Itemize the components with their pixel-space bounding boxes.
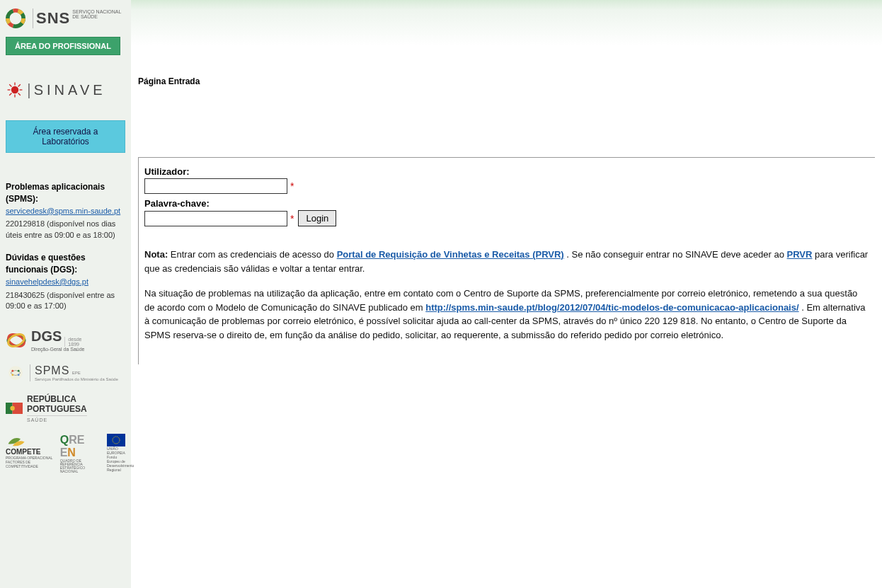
support-spms-phone: 220129818 (disponível nos dias úteis ent…	[6, 219, 125, 241]
login-form: Utilizador: * Palavra-chave: * Login	[138, 157, 875, 364]
qren-logo: QRE EN QUADRO DE REFERÊNCIA ESTRATÉGICO …	[60, 434, 101, 473]
support-dgs-phone: 218430625 (disponível entre as 09:00 e a…	[6, 290, 125, 312]
area-profissional-button[interactable]: ÁREA DO PROFISSIONAL	[6, 37, 120, 55]
compete-text: COMPETE	[6, 448, 55, 456]
sns-sub2: DE SAÚDE	[72, 14, 121, 19]
svg-point-22	[10, 406, 14, 410]
banner	[131, 0, 882, 65]
support-dgs: Dúvidas e questões funcionais (DGS): sin…	[6, 252, 125, 311]
svg-point-12	[8, 335, 25, 345]
support-spms: Problemas aplicacionais (SPMS): serviced…	[6, 181, 125, 241]
link-prvr-2[interactable]: PRVR	[787, 249, 813, 260]
qren-sub: QUADRO DE REFERÊNCIA ESTRATÉGICO NACIONA…	[60, 459, 101, 473]
dgs-year-label: desde	[68, 337, 81, 342]
user-input[interactable]	[144, 178, 287, 194]
note-p1b: . Se não conseguir entrar no SINAVE deve…	[564, 249, 787, 260]
required-marker: *	[290, 213, 294, 224]
eu-flag-icon	[107, 434, 125, 446]
sns-sub1: SERVIÇO NACIONAL	[72, 9, 121, 14]
dgs-logo-icon	[6, 330, 27, 351]
link-prvr-1[interactable]: Portal de Requisição de Vinhetas e Recei…	[337, 249, 564, 260]
main-content: Página Entrada Utilizador: * Palavra-cha…	[131, 0, 882, 588]
svg-point-18	[11, 374, 13, 376]
rp-line1b: PORTUGUESA	[27, 404, 87, 414]
compete-logo: COMPETE PROGRAMA OPERACIONAL FACTORES DE…	[6, 434, 55, 468]
spms-text: SPMS	[35, 364, 69, 376]
dgs-text: DGS	[31, 328, 62, 345]
portugal-flag-icon	[6, 403, 23, 414]
note-p1a: Entrar com as credenciais de acesso do	[168, 249, 336, 260]
password-input[interactable]	[144, 211, 287, 226]
svg-point-19	[18, 374, 20, 376]
sns-logo-icon	[6, 8, 25, 28]
support-dgs-title: Dúvidas e questões funcionais (DGS):	[6, 253, 86, 275]
dgs-sub: Direção-Geral da Saúde	[31, 347, 85, 352]
svg-line-11	[9, 93, 11, 96]
qren-n: N	[67, 446, 76, 459]
compete-sub: PROGRAMA OPERACIONAL FACTORES DE COMPETI…	[6, 456, 55, 468]
svg-point-17	[18, 370, 20, 372]
spms-sub: Serviços Partilhados do Ministério da Sa…	[35, 377, 118, 381]
sinave-text: SINAVE	[34, 82, 106, 98]
svg-point-3	[11, 86, 18, 93]
password-label: Palavra-chave:	[144, 198, 869, 209]
compete-icon	[6, 434, 25, 448]
login-button[interactable]: Login	[298, 210, 336, 226]
eu-line1: UNIÃO EUROPEIA	[107, 446, 125, 455]
qren-re: RE	[69, 434, 84, 446]
user-label: Utilizador:	[144, 166, 869, 177]
sinave-icon	[6, 81, 24, 99]
svg-line-9	[18, 93, 21, 96]
sinave-logo: | SINAVE	[6, 81, 125, 99]
svg-line-8	[9, 84, 11, 86]
sidebar: SNS SERVIÇO NACIONAL DE SAÚDE ÁREA DO PR…	[0, 0, 131, 588]
eu-line2: Fundo Europeu de Desenvolvimento Regiona…	[107, 455, 125, 472]
sns-text: SNS	[36, 9, 70, 28]
eu-logo: UNIÃO EUROPEIA Fundo Europeu de Desenvol…	[107, 434, 125, 472]
svg-line-10	[18, 84, 21, 86]
page-title: Página Entrada	[138, 76, 875, 86]
rp-line2: SAÚDE	[27, 415, 87, 422]
spms-suffix: EPE	[72, 371, 81, 375]
sns-logo: SNS SERVIÇO NACIONAL DE SAÚDE	[6, 6, 125, 37]
qren-q: Q	[60, 434, 69, 446]
support-spms-title: Problemas aplicacionais (SPMS):	[6, 182, 105, 204]
note-label: Nota:	[144, 249, 168, 260]
spms-logo: SPMS EPE Serviços Partilhados do Ministé…	[6, 363, 125, 383]
footer-logos: COMPETE PROGRAMA OPERACIONAL FACTORES DE…	[6, 434, 125, 473]
link-spms-blog[interactable]: http://spms.min-saude.pt/blog/2012/07/04…	[425, 302, 798, 313]
support-spms-email[interactable]: servicedesk@spms.min-saude.pt	[6, 207, 120, 215]
dgs-year: 1899	[68, 342, 79, 347]
required-marker: *	[290, 180, 294, 192]
area-laboratorios-button[interactable]: Área reservada a Laboratórios	[6, 120, 125, 153]
note-block: Nota: Entrar com as credenciais de acess…	[144, 248, 869, 342]
dgs-logo: DGS desde 1899 Direção-Geral da Saúde	[6, 328, 125, 352]
svg-point-16	[11, 370, 13, 372]
spms-logo-icon	[6, 363, 25, 383]
republica-logo: REPÚBLICA PORTUGUESA SAÚDE	[6, 394, 125, 422]
support-dgs-email[interactable]: sinavehelpdesk@dgs.pt	[6, 277, 88, 286]
svg-point-23	[113, 437, 120, 444]
rp-line1a: REPÚBLICA	[27, 394, 87, 404]
